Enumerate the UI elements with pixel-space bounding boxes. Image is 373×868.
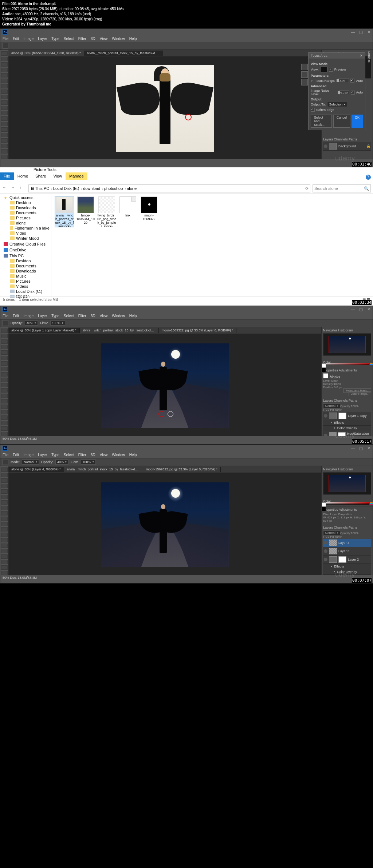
search-input[interactable]: Search alone🔍 xyxy=(313,184,371,192)
ok-button[interactable]: OK xyxy=(352,115,363,128)
doc-tab-3[interactable]: moon-1569322.jpg @ 33.3% (Layer 0, RGB/8… xyxy=(143,467,221,472)
blend-dropdown[interactable]: Normal xyxy=(22,459,39,465)
canvas[interactable] xyxy=(8,334,321,438)
forward-icon[interactable]: → xyxy=(11,185,17,192)
nav-quick-access[interactable]: ★Quick access xyxy=(0,195,51,200)
window-controls[interactable]: —▢✕ xyxy=(351,307,370,312)
file-item[interactable]: link xyxy=(118,196,137,218)
file-item[interactable]: alvira__witch_portrait_stock_15_by_faest… xyxy=(55,196,74,227)
nav-pc-desktop[interactable]: Desktop xyxy=(0,258,51,263)
close-icon[interactable]: ✕ xyxy=(360,54,363,57)
auto-check-1[interactable] xyxy=(350,79,354,83)
nav-pc-pictures[interactable]: Pictures xyxy=(0,279,51,284)
focus-add-icon[interactable] xyxy=(301,64,308,70)
document-tabs[interactable]: alone @ 50% (fence-1835344_1920, RGB/8#)… xyxy=(8,50,321,56)
properties-panel[interactable]: Properties Adjustments Masks Layer Mask … xyxy=(322,367,373,397)
layer-row[interactable]: ∘Color Overlay xyxy=(323,426,371,431)
preview-check[interactable] xyxy=(329,68,333,72)
soften-check[interactable] xyxy=(311,108,315,112)
doc-tab-2[interactable]: alvira__witch_portrait_stock_15_by_faest… xyxy=(84,51,163,56)
nav-documents[interactable]: Documents xyxy=(0,210,51,215)
nav-alone[interactable]: alone xyxy=(0,220,51,226)
file-list[interactable]: alvira__witch_portrait_stock_15_by_faest… xyxy=(51,193,373,298)
back-icon[interactable]: ← xyxy=(2,185,9,192)
file-item[interactable]: fence-1835344_1920 xyxy=(76,196,95,225)
properties-panel[interactable]: Properties Adjustments Pixel Layer Prope… xyxy=(322,506,373,524)
path-tool-icon[interactable] xyxy=(1,138,8,143)
layer-row[interactable]: Background🔒 xyxy=(323,142,371,151)
layer-row[interactable]: ∘Effects xyxy=(323,564,371,569)
menubar[interactable]: FileEditImageLayerTypeSelectFilter3DView… xyxy=(0,35,373,42)
toolbar[interactable] xyxy=(0,327,8,438)
pen-tool-icon[interactable] xyxy=(1,127,8,132)
nav-downloads[interactable]: Downloads xyxy=(0,205,51,210)
tab-view[interactable]: View xyxy=(50,172,66,180)
file-item[interactable]: flying_birds_02_png_stock_by_jumpfer_sto… xyxy=(97,196,116,227)
wand-tool-icon[interactable] xyxy=(1,68,8,72)
flow-field[interactable]: 100% xyxy=(81,459,96,465)
window-controls[interactable]: —▢✕ xyxy=(351,30,370,35)
color-range-button[interactable]: Color Range... xyxy=(349,391,371,396)
libraries-tab[interactable]: Libraries xyxy=(368,50,373,59)
tab-manage[interactable]: Manage xyxy=(66,172,87,180)
tab-file[interactable]: File xyxy=(0,172,14,180)
opacity-field[interactable]: 40% xyxy=(25,320,38,326)
document-tabs[interactable]: alone @ 50% (Layer 1 copy, Layer Mask/8)… xyxy=(8,327,321,334)
tab-share[interactable]: Share xyxy=(32,172,50,180)
layer-row[interactable]: Layer 3 xyxy=(323,547,371,556)
lasso-tool-icon[interactable] xyxy=(1,62,8,67)
doc-tab-3[interactable]: moon-1569322.jpg @ 33.3% (Layer 0, RGB/8… xyxy=(159,328,236,333)
file-item[interactable]: moon-1569322 xyxy=(140,196,158,221)
refresh-icon[interactable]: ⟳ xyxy=(305,186,309,191)
options-bar[interactable]: Mode:Normal Opacity:40% Flow:100% xyxy=(0,458,373,466)
nav-pc-documents[interactable]: Documents xyxy=(0,263,51,268)
gradient-tool-icon[interactable] xyxy=(1,111,8,115)
nav-pc-downloads[interactable]: Downloads xyxy=(0,268,51,274)
layers-panel[interactable]: Layers Channels Paths NormalOpacity:100%… xyxy=(322,524,373,577)
layer-row[interactable]: ∘Effects xyxy=(323,420,371,426)
eyedropper-tool-icon[interactable] xyxy=(1,79,8,83)
stamp-tool-icon[interactable] xyxy=(1,95,8,99)
doc-tab-2[interactable]: alvira__witch_portrait_stock_15_by_faest… xyxy=(64,467,143,472)
visibility-icon[interactable] xyxy=(324,414,327,418)
nav-pc-music[interactable]: Music xyxy=(0,274,51,279)
options-bar[interactable]: Opacity:40% Flow:100% xyxy=(0,319,373,327)
shape-tool-icon[interactable] xyxy=(1,144,8,148)
opacity-field[interactable]: 40% xyxy=(55,459,68,465)
color-panel[interactable]: Color xyxy=(322,359,373,367)
color-panel[interactable]: Color xyxy=(322,498,373,506)
doc-tab-1[interactable]: alone @ 50% (Layer 1 copy, Layer Mask/8)… xyxy=(8,328,80,333)
nav-cc[interactable]: Creative Cloud Files xyxy=(0,242,51,247)
nav-pane[interactable]: ★Quick access Desktop Downloads Document… xyxy=(0,193,51,298)
help-icon[interactable]: ? xyxy=(366,175,371,180)
up-icon[interactable]: ↑ xyxy=(20,185,26,192)
blend-mode-dropdown[interactable]: Normal xyxy=(323,403,340,409)
nav-desktop[interactable]: Desktop xyxy=(0,200,51,205)
canvas[interactable] xyxy=(8,56,321,160)
layer-row[interactable]: Layer 4 xyxy=(323,539,371,547)
cancel-button[interactable]: Cancel xyxy=(333,115,350,128)
blend-mode-dropdown[interactable]: Normal xyxy=(323,530,340,535)
tool-preset-icon[interactable] xyxy=(3,43,8,49)
move-tool-icon[interactable] xyxy=(1,51,8,56)
nav-fisherman[interactable]: Fisherman in a lake xyxy=(0,226,51,231)
toolbar[interactable] xyxy=(0,466,8,577)
layer-row[interactable]: Layer 1 copy xyxy=(323,412,371,420)
navigator-panel[interactable]: Navigator Histogram xyxy=(322,327,373,359)
toolbar[interactable] xyxy=(0,50,8,160)
focus-sub-icon[interactable] xyxy=(301,71,308,78)
ribbon-tabs[interactable]: File Home Share View Manage xyxy=(0,172,87,180)
breadcrumb[interactable]: 🖥 This PCLocal Disk (E:)downloadphotosho… xyxy=(28,184,310,192)
select-mask-button[interactable]: Select and Mask... xyxy=(311,115,332,128)
focus-brush-icon[interactable] xyxy=(301,79,308,85)
zoom-tool-icon[interactable] xyxy=(1,155,8,159)
doc-tab-2[interactable]: alvira__witch_portrait_stock_15_by_faest… xyxy=(80,328,159,333)
window-controls[interactable]: —▢✕ xyxy=(351,446,370,451)
view-thumb-icon[interactable] xyxy=(320,67,327,72)
brush-icon[interactable] xyxy=(3,459,8,465)
layer-row[interactable]: Layer 2 xyxy=(323,556,371,564)
nav-pc-videos[interactable]: Videos xyxy=(0,284,51,289)
visibility-icon[interactable] xyxy=(324,144,327,148)
nav-video[interactable]: Video xyxy=(0,231,51,236)
heal-tool-icon[interactable] xyxy=(1,84,8,88)
